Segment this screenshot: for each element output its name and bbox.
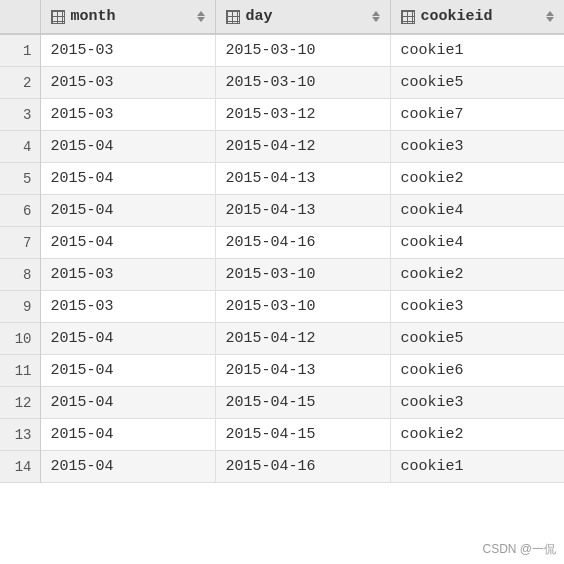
cell-day: 2015-03-10 <box>215 34 390 67</box>
cell-month: 2015-04 <box>40 419 215 451</box>
cell-day: 2015-04-15 <box>215 419 390 451</box>
row-number: 1 <box>0 34 40 67</box>
sort-icon-month[interactable] <box>197 11 205 22</box>
cell-cookieid: cookie3 <box>390 387 564 419</box>
table-row: 32015-032015-03-12cookie7 <box>0 99 564 131</box>
cell-cookieid: cookie6 <box>390 355 564 387</box>
sort-up-day <box>372 11 380 16</box>
sort-icon-day[interactable] <box>372 11 380 22</box>
cell-day: 2015-04-13 <box>215 355 390 387</box>
cell-cookieid: cookie1 <box>390 451 564 483</box>
cell-month: 2015-04 <box>40 323 215 355</box>
cell-day: 2015-04-13 <box>215 163 390 195</box>
table-body: 12015-032015-03-10cookie122015-032015-03… <box>0 34 564 483</box>
cell-day: 2015-04-13 <box>215 195 390 227</box>
grid-icon-cookieid <box>401 10 415 24</box>
cell-day: 2015-03-10 <box>215 291 390 323</box>
row-number: 6 <box>0 195 40 227</box>
cell-cookieid: cookie2 <box>390 419 564 451</box>
table-row: 82015-032015-03-10cookie2 <box>0 259 564 291</box>
table-row: 22015-032015-03-10cookie5 <box>0 67 564 99</box>
column-label-month: month <box>71 8 116 25</box>
table-row: 12015-032015-03-10cookie1 <box>0 34 564 67</box>
column-label-day: day <box>246 8 273 25</box>
table-row: 52015-042015-04-13cookie2 <box>0 163 564 195</box>
table-row: 122015-042015-04-15cookie3 <box>0 387 564 419</box>
cell-day: 2015-04-15 <box>215 387 390 419</box>
row-number: 12 <box>0 387 40 419</box>
table-row: 72015-042015-04-16cookie4 <box>0 227 564 259</box>
row-number: 3 <box>0 99 40 131</box>
cell-month: 2015-04 <box>40 227 215 259</box>
table-row: 42015-042015-04-12cookie3 <box>0 131 564 163</box>
table-row: 62015-042015-04-13cookie4 <box>0 195 564 227</box>
cell-cookieid: cookie5 <box>390 323 564 355</box>
row-number: 14 <box>0 451 40 483</box>
sort-icon-cookieid[interactable] <box>546 11 554 22</box>
column-header-month[interactable]: month <box>40 0 215 34</box>
cell-month: 2015-03 <box>40 34 215 67</box>
cell-day: 2015-04-12 <box>215 131 390 163</box>
table-row: 92015-032015-03-10cookie3 <box>0 291 564 323</box>
cell-month: 2015-04 <box>40 355 215 387</box>
cell-month: 2015-04 <box>40 163 215 195</box>
row-number: 4 <box>0 131 40 163</box>
sort-up-month <box>197 11 205 16</box>
cell-cookieid: cookie5 <box>390 67 564 99</box>
cell-day: 2015-04-16 <box>215 451 390 483</box>
column-header-day[interactable]: day <box>215 0 390 34</box>
cell-cookieid: cookie4 <box>390 195 564 227</box>
column-header-cookieid[interactable]: cookieid <box>390 0 564 34</box>
table-row: 142015-042015-04-16cookie1 <box>0 451 564 483</box>
cell-month: 2015-04 <box>40 195 215 227</box>
row-number: 9 <box>0 291 40 323</box>
cell-month: 2015-04 <box>40 387 215 419</box>
table-row: 102015-042015-04-12cookie5 <box>0 323 564 355</box>
table-row: 132015-042015-04-15cookie2 <box>0 419 564 451</box>
row-number: 10 <box>0 323 40 355</box>
cell-month: 2015-03 <box>40 99 215 131</box>
cell-cookieid: cookie4 <box>390 227 564 259</box>
column-label-cookieid: cookieid <box>421 8 493 25</box>
row-number: 7 <box>0 227 40 259</box>
sort-down-day <box>372 17 380 22</box>
cell-month: 2015-03 <box>40 291 215 323</box>
cell-month: 2015-03 <box>40 259 215 291</box>
cell-day: 2015-03-10 <box>215 67 390 99</box>
cell-cookieid: cookie3 <box>390 291 564 323</box>
cell-month: 2015-03 <box>40 67 215 99</box>
cell-day: 2015-03-12 <box>215 99 390 131</box>
table-container: month day <box>0 0 564 564</box>
table-row: 112015-042015-04-13cookie6 <box>0 355 564 387</box>
cell-cookieid: cookie7 <box>390 99 564 131</box>
cell-day: 2015-03-10 <box>215 259 390 291</box>
table-header-row: month day <box>0 0 564 34</box>
sort-up-cookieid <box>546 11 554 16</box>
sort-down-cookieid <box>546 17 554 22</box>
sort-down-month <box>197 17 205 22</box>
row-number: 11 <box>0 355 40 387</box>
row-number: 13 <box>0 419 40 451</box>
cell-cookieid: cookie2 <box>390 163 564 195</box>
data-table: month day <box>0 0 564 483</box>
cell-day: 2015-04-16 <box>215 227 390 259</box>
cell-cookieid: cookie1 <box>390 34 564 67</box>
grid-icon-month <box>51 10 65 24</box>
row-number: 2 <box>0 67 40 99</box>
row-number: 8 <box>0 259 40 291</box>
cell-month: 2015-04 <box>40 131 215 163</box>
cell-day: 2015-04-12 <box>215 323 390 355</box>
row-number-header <box>0 0 40 34</box>
cell-cookieid: cookie3 <box>390 131 564 163</box>
row-number: 5 <box>0 163 40 195</box>
watermark: CSDN @一侃 <box>482 541 556 558</box>
grid-icon-day <box>226 10 240 24</box>
cell-cookieid: cookie2 <box>390 259 564 291</box>
cell-month: 2015-04 <box>40 451 215 483</box>
